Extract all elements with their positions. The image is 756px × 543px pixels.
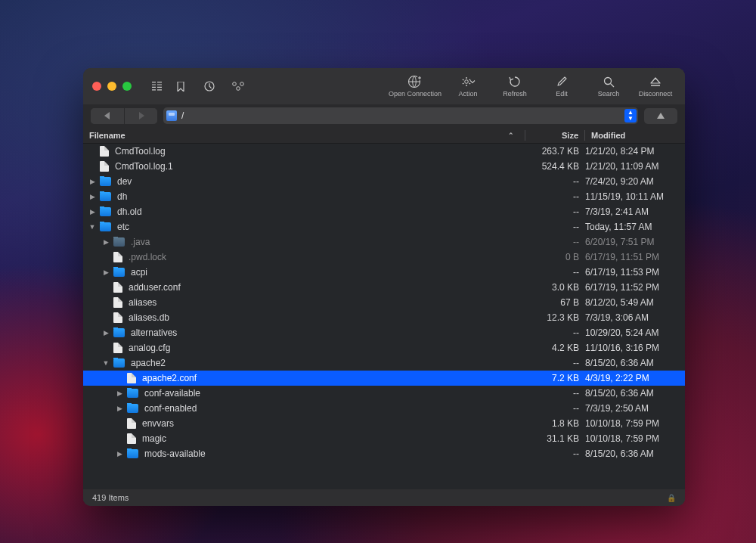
minimize-button[interactable] — [107, 82, 116, 91]
folder-icon — [127, 449, 138, 458]
disclosure-triangle[interactable]: ▶ — [101, 268, 110, 276]
file-size: 67 B — [526, 297, 585, 308]
search-label: Search — [598, 90, 620, 98]
file-modified: 10/10/18, 7:59 PM — [585, 418, 682, 429]
gear-icon — [460, 75, 476, 88]
file-size: 524.4 KB — [526, 161, 585, 172]
file-row[interactable]: ▶dev--7/24/20, 9:20 AM — [83, 174, 685, 189]
file-size: 3.0 KB — [526, 282, 585, 293]
outline-view-button[interactable] — [145, 78, 168, 95]
close-button[interactable] — [92, 82, 101, 91]
nav-forward-button[interactable] — [124, 108, 157, 124]
file-row[interactable]: ▶dh--11/15/19, 10:11 AM — [83, 189, 685, 204]
disclosure-triangle[interactable]: ▶ — [115, 389, 124, 397]
file-modified: 7/3/19, 2:50 AM — [585, 403, 682, 414]
disclosure-triangle[interactable]: ▶ — [101, 238, 110, 246]
disclosure-triangle[interactable]: ▶ — [115, 450, 124, 458]
file-row[interactable]: ▼etc--Today, 11:57 AM — [83, 219, 685, 234]
file-row[interactable]: ▶acpi--6/17/19, 11:53 PM — [83, 265, 685, 280]
maximize-button[interactable] — [122, 82, 132, 91]
file-icon — [113, 312, 122, 323]
file-list[interactable]: CmdTool.log263.7 KB1/21/20, 8:24 PM CmdT… — [83, 144, 685, 489]
file-row[interactable]: ▼apache2--8/15/20, 6:36 AM — [83, 355, 685, 371]
disk-icon — [166, 110, 177, 121]
file-row[interactable]: apache2.conf7.2 KB4/3/19, 2:22 PM — [83, 371, 685, 386]
bonjour-button[interactable] — [227, 78, 249, 95]
file-name: dh.old — [117, 206, 142, 217]
file-name: analog.cfg — [129, 343, 170, 353]
file-size: 12.3 KB — [526, 312, 585, 323]
folder-icon — [113, 358, 125, 368]
file-modified: 1/21/20, 8:24 PM — [585, 146, 682, 157]
disclosure-triangle[interactable]: ▶ — [115, 405, 124, 412]
disclosure-triangle — [101, 314, 110, 321]
file-row[interactable]: aliases.db12.3 KB7/3/19, 3:06 AM — [83, 310, 685, 325]
column-header-size[interactable]: Size — [525, 131, 584, 140]
file-size: 31.1 KB — [526, 433, 585, 444]
file-row[interactable]: ▶mods-available--8/15/20, 6:36 AM — [83, 446, 685, 461]
file-row[interactable]: magic31.1 KB10/10/18, 7:59 PM — [83, 431, 685, 446]
file-row[interactable]: ▶dh.old--7/3/19, 2:41 AM — [83, 204, 685, 219]
eject-icon — [650, 75, 661, 88]
file-name: aliases.db — [129, 312, 169, 323]
folder-icon — [100, 207, 111, 216]
file-name: CmdTool.log — [115, 146, 166, 157]
search-button[interactable]: Search — [588, 75, 629, 98]
file-modified: 6/17/19, 11:52 PM — [585, 282, 682, 293]
column-header-filename[interactable]: Filename ⌃ — [83, 131, 525, 140]
file-row[interactable]: aliases67 B8/12/20, 5:49 AM — [83, 295, 685, 310]
file-name: CmdTool.log.1 — [115, 161, 173, 172]
file-modified: 7/3/19, 3:06 AM — [585, 312, 682, 323]
file-row[interactable]: ▶conf-enabled--7/3/19, 2:50 AM — [83, 401, 685, 416]
file-modified: Today, 11:57 AM — [585, 222, 682, 232]
file-row[interactable]: CmdTool.log.1524.4 KB1/21/20, 11:09 AM — [83, 159, 685, 174]
disclosure-triangle[interactable]: ▶ — [88, 193, 97, 200]
disclosure-triangle[interactable]: ▼ — [88, 223, 97, 231]
go-up-button[interactable] — [644, 108, 677, 124]
file-icon — [100, 161, 109, 172]
file-name: apache2 — [131, 358, 166, 368]
disclosure-triangle — [101, 299, 110, 306]
file-row[interactable]: ▶alternatives--10/29/20, 5:24 AM — [83, 325, 685, 340]
file-icon — [127, 433, 136, 444]
file-icon — [100, 146, 109, 157]
open-connection-button[interactable]: Open Connection — [389, 75, 442, 98]
file-row[interactable]: analog.cfg4.2 KB11/10/16, 3:16 PM — [83, 340, 685, 355]
refresh-button[interactable]: Refresh — [494, 75, 535, 98]
history-button[interactable] — [198, 78, 221, 95]
file-icon — [113, 343, 122, 353]
path-stepper[interactable]: ▲▼ — [624, 109, 637, 123]
titlebar: Open Connection Action Refresh Edit Sear… — [83, 68, 685, 104]
refresh-label: Refresh — [503, 90, 527, 98]
file-row[interactable]: envvars1.8 KB10/10/18, 7:59 PM — [83, 416, 685, 431]
nav-back-button[interactable] — [91, 108, 124, 124]
file-row[interactable]: adduser.conf3.0 KB6/17/19, 11:52 PM — [83, 280, 685, 295]
path-text: / — [181, 110, 620, 121]
bookmarks-view-button[interactable] — [169, 78, 192, 95]
action-button[interactable]: Action — [448, 75, 488, 98]
disconnect-button[interactable]: Disconnect — [635, 75, 676, 98]
column-header-modified[interactable]: Modified — [585, 131, 682, 140]
file-row[interactable]: CmdTool.log263.7 KB1/21/20, 8:24 PM — [83, 144, 685, 159]
file-row[interactable]: ▶conf-available--8/15/20, 6:36 AM — [83, 386, 685, 401]
action-label: Action — [458, 90, 477, 98]
file-row[interactable]: ▶.java--6/20/19, 7:51 PM — [83, 234, 685, 250]
disclosure-triangle — [101, 253, 110, 261]
file-icon — [127, 418, 136, 429]
disclosure-triangle[interactable]: ▶ — [88, 178, 97, 185]
file-modified: 8/12/20, 5:49 AM — [585, 297, 682, 308]
file-size: 4.2 KB — [526, 343, 585, 353]
disclosure-triangle[interactable]: ▶ — [88, 208, 97, 216]
disclosure-triangle[interactable]: ▼ — [101, 359, 110, 367]
file-modified: 8/15/20, 6:36 AM — [585, 448, 682, 459]
svg-point-3 — [237, 87, 240, 91]
file-modified: 11/15/19, 10:11 AM — [585, 191, 682, 202]
disclosure-triangle[interactable]: ▶ — [101, 329, 110, 337]
file-modified: 10/10/18, 7:59 PM — [585, 433, 682, 444]
path-field[interactable]: / ▲▼ — [163, 107, 638, 124]
file-modified: 10/29/20, 5:24 AM — [585, 327, 682, 338]
traffic-lights — [92, 82, 132, 91]
file-row[interactable]: .pwd.lock0 B6/17/19, 11:51 PM — [83, 250, 685, 265]
edit-button[interactable]: Edit — [541, 75, 582, 98]
file-size: -- — [526, 267, 585, 278]
